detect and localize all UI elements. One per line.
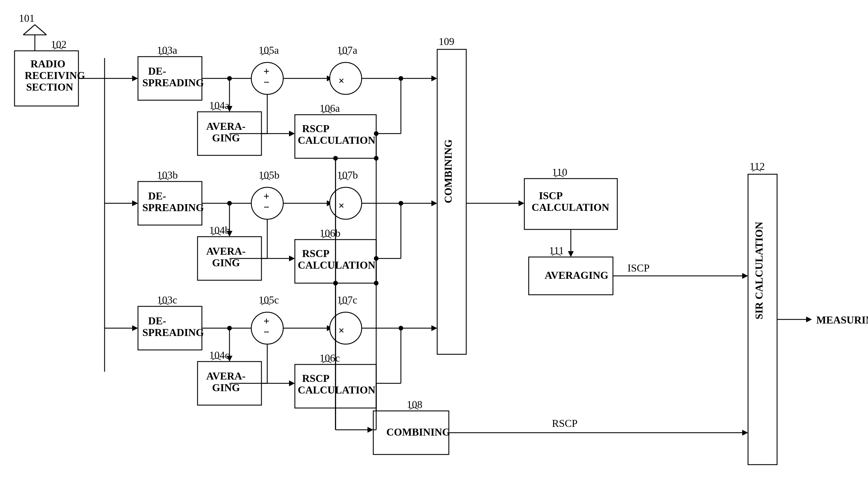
rscp-a-text1: RSCP bbox=[302, 123, 329, 135]
svg-point-47 bbox=[330, 187, 362, 219]
rscp-b-text1: RSCP bbox=[302, 248, 329, 259]
sir-calc-text: SIR CALCULATION bbox=[753, 222, 765, 320]
mult-c-x: × bbox=[338, 325, 344, 336]
label-101: 101 bbox=[19, 13, 34, 24]
adder-b-minus: − bbox=[263, 201, 269, 213]
despreading-c-text2: SPREADING bbox=[142, 327, 204, 338]
svg-point-103 bbox=[333, 156, 338, 160]
diagram-container: 101 RADIO RECEIVING SECTION 102 DE- SPRE… bbox=[0, 0, 868, 496]
despreading-c-text1: DE- bbox=[148, 315, 166, 327]
label-109: 109 bbox=[439, 36, 454, 47]
label-110: 110 bbox=[552, 166, 567, 178]
label-111: 111 bbox=[549, 245, 564, 257]
rscp-c-text1: RSCP bbox=[302, 373, 329, 384]
combining-108-text: COMBINING bbox=[386, 426, 450, 438]
adder-a-minus: − bbox=[263, 76, 269, 88]
radio-section-text2: RECEIVING bbox=[25, 70, 85, 81]
averaging-c-text1: AVERA- bbox=[206, 370, 246, 382]
despreading-a-text2: SPREADING bbox=[142, 77, 204, 89]
adder-c-minus: − bbox=[263, 326, 269, 338]
adder-a-plus: + bbox=[263, 66, 269, 77]
combining-109-text: COMBINING bbox=[443, 139, 454, 203]
measuring-sir-label: MEASURING SIR bbox=[816, 314, 868, 326]
adder-c-plus: + bbox=[263, 315, 269, 327]
svg-point-112 bbox=[374, 156, 378, 160]
radio-section-text3: SECTION bbox=[26, 81, 73, 93]
despreading-b-text2: SPREADING bbox=[142, 202, 204, 214]
despreading-b-text1: DE- bbox=[148, 190, 166, 202]
adder-b-plus: + bbox=[263, 190, 269, 202]
svg-point-104 bbox=[333, 281, 338, 285]
averaging-a-text1: AVERA- bbox=[206, 121, 246, 132]
svg-point-113 bbox=[374, 281, 378, 285]
iscp-calc-text2: CALCULATION bbox=[532, 202, 609, 213]
rscp-b-text2: CALCULATION bbox=[298, 259, 375, 271]
label-108: 108 bbox=[407, 399, 422, 410]
rscp-a-text2: CALCULATION bbox=[298, 135, 375, 146]
averaging-b-text1: AVERA- bbox=[206, 245, 246, 257]
mult-b-x: × bbox=[338, 200, 344, 212]
svg-point-70 bbox=[330, 312, 362, 344]
svg-point-24 bbox=[330, 62, 362, 94]
label-102: 102 bbox=[51, 38, 66, 50]
radio-section-text1: RADIO bbox=[31, 58, 65, 70]
iscp-calc-text1: ISCP bbox=[539, 190, 563, 202]
rscp-c-text2: CALCULATION bbox=[298, 384, 375, 396]
iscp-label: ISCP bbox=[627, 262, 650, 274]
label-112: 112 bbox=[749, 160, 765, 172]
mult-a-x: × bbox=[338, 75, 344, 87]
rscp-label: RSCP bbox=[552, 418, 577, 429]
despreading-a-text1: DE- bbox=[148, 65, 166, 77]
averaging-main-text: AVERAGING bbox=[545, 269, 608, 281]
